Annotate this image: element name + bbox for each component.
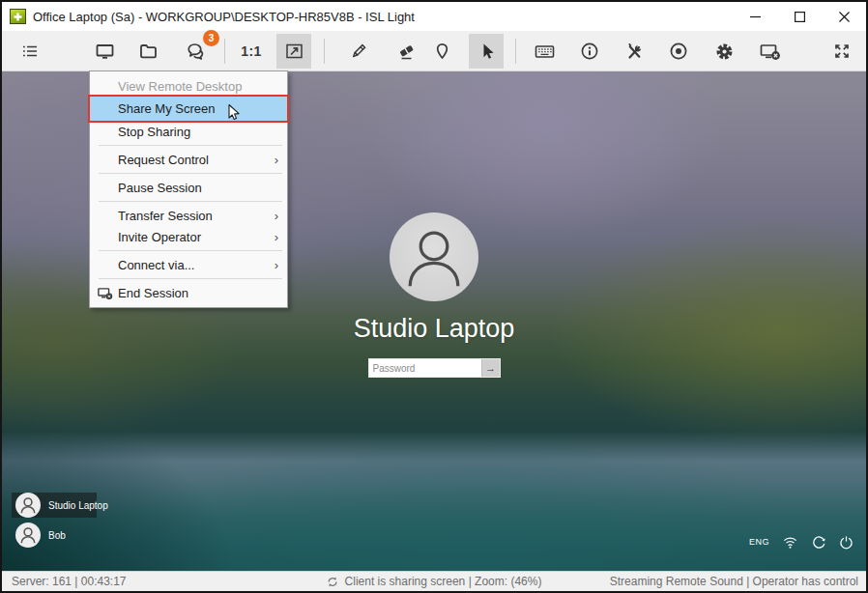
view-remote-desktop-button[interactable]: [87, 34, 122, 69]
submenu-arrow-icon: ›: [275, 153, 278, 167]
user-name: Studio Laptop: [48, 500, 108, 511]
file-transfer-button[interactable]: [130, 34, 165, 69]
submenu-arrow-icon: ›: [275, 209, 278, 223]
pencil-icon: [348, 42, 368, 62]
tools-button[interactable]: [617, 34, 651, 69]
menu-item-stop-sharing[interactable]: Stop Sharing: [90, 121, 287, 142]
menu-item-connect-via[interactable]: Connect via... ›: [90, 254, 287, 275]
folder-icon: [138, 42, 159, 61]
avatar: [390, 212, 478, 301]
eraser-icon: [396, 42, 417, 62]
avatar: [15, 493, 41, 518]
toolbar-separator: [324, 39, 325, 64]
window-title: Office Laptop (Sa) - WORKGROUP\DESKTOP-H…: [33, 10, 415, 24]
status-bar: Server: 161 | 00:43:17 Client is sharing…: [2, 571, 866, 591]
remote-username: Studio Laptop: [289, 314, 579, 344]
language-indicator[interactable]: ENG: [749, 537, 769, 547]
remote-system-tray: ENG: [749, 534, 854, 550]
draw-button[interactable]: [340, 34, 375, 69]
user-icon: [390, 212, 478, 301]
actual-size-button[interactable]: 1:1: [234, 34, 269, 69]
user-row-studio-laptop[interactable]: Studio Laptop: [14, 493, 108, 518]
isl-light-window: Office Laptop (Sa) - WORKGROUP\DESKTOP-H…: [0, 0, 868, 593]
user-name: Bob: [48, 530, 66, 541]
scale-fit-icon: [284, 42, 304, 61]
menu-item-share-my-screen[interactable]: Share My Screen: [90, 97, 287, 121]
minimize-button[interactable]: [733, 2, 777, 31]
menu-item-pause-session[interactable]: Pause Session: [90, 177, 287, 198]
pointer-button[interactable]: [424, 34, 459, 69]
remote-login-panel: Studio Laptop →: [289, 212, 579, 378]
info-icon: [580, 42, 599, 61]
app-icon: [10, 9, 26, 24]
title-bar: Office Laptop (Sa) - WORKGROUP\DESKTOP-H…: [2, 2, 866, 31]
pointer-pin-icon: [433, 42, 451, 62]
menu-item-transfer-session[interactable]: Transfer Session ›: [90, 205, 287, 226]
fullscreen-button[interactable]: [825, 34, 859, 69]
menu-list-icon: [20, 42, 40, 61]
menu-separator: [99, 201, 282, 202]
keyboard-icon: [534, 42, 556, 61]
scale-fit-button[interactable]: [276, 34, 311, 69]
close-button[interactable]: [822, 2, 866, 31]
password-submit-button[interactable]: →: [481, 359, 500, 377]
info-button[interactable]: [572, 34, 607, 69]
record-button[interactable]: [661, 34, 696, 69]
session-dropdown-menu: View Remote Desktop Share My Screen Stop…: [89, 71, 288, 308]
record-icon: [669, 42, 688, 61]
menu-list-button[interactable]: [13, 34, 47, 69]
menu-item-view-remote-desktop: View Remote Desktop: [90, 75, 287, 97]
submenu-arrow-icon: ›: [275, 230, 278, 244]
monitor-icon: [95, 42, 115, 61]
menu-separator: [99, 250, 282, 251]
password-input[interactable]: [369, 359, 481, 377]
chat-button[interactable]: 3: [179, 34, 214, 69]
fullscreen-icon: [832, 42, 852, 61]
cursor-icon: [477, 42, 496, 62]
mouse-cursor-icon: [226, 103, 243, 123]
cursor-button[interactable]: [469, 34, 504, 69]
stream-control-status: Streaming Remote Sound | Operator has co…: [610, 575, 858, 588]
password-row: →: [368, 358, 501, 378]
keyboard-button[interactable]: [527, 34, 562, 69]
one-to-one-label: 1:1: [241, 43, 262, 59]
settings-icon: [714, 42, 735, 62]
erase-button[interactable]: [389, 34, 423, 69]
settings-button[interactable]: [707, 34, 741, 69]
user-row-bob[interactable]: Bob: [14, 522, 108, 548]
end-session-icon: [96, 285, 115, 300]
toolbar: 3 1:1: [2, 31, 866, 71]
ease-of-access-icon[interactable]: [811, 534, 826, 550]
menu-item-request-control[interactable]: Request Control ›: [90, 149, 287, 170]
chat-icon: [186, 42, 207, 62]
user-icon: [15, 522, 41, 548]
avatar: [15, 522, 41, 548]
toolbar-separator: [224, 39, 225, 64]
menu-separator: [99, 173, 282, 174]
toolbar-separator: [515, 39, 516, 64]
maximize-button[interactable]: [777, 2, 822, 31]
sync-icon: [327, 576, 339, 588]
menu-item-end-session[interactable]: End Session: [90, 282, 287, 303]
submenu-arrow-icon: ›: [275, 258, 278, 272]
end-session-button[interactable]: [753, 34, 788, 69]
sharing-status-text: Client is sharing screen | Zoom: (46%): [345, 575, 542, 588]
menu-separator: [99, 145, 282, 146]
tools-icon: [624, 42, 645, 62]
menu-item-invite-operator[interactable]: Invite Operator ›: [90, 226, 287, 247]
chat-badge: 3: [203, 30, 219, 46]
menu-separator: [99, 278, 282, 279]
sharing-status: Client is sharing screen | Zoom: (46%): [327, 575, 542, 588]
power-icon[interactable]: [839, 535, 854, 550]
server-session-info: Server: 161 | 00:43:17: [12, 575, 127, 588]
end-session-monitor-icon: [759, 42, 783, 62]
remote-user-list: Studio Laptop Bob: [14, 488, 108, 548]
user-icon: [15, 493, 41, 518]
wifi-icon[interactable]: [782, 535, 798, 550]
